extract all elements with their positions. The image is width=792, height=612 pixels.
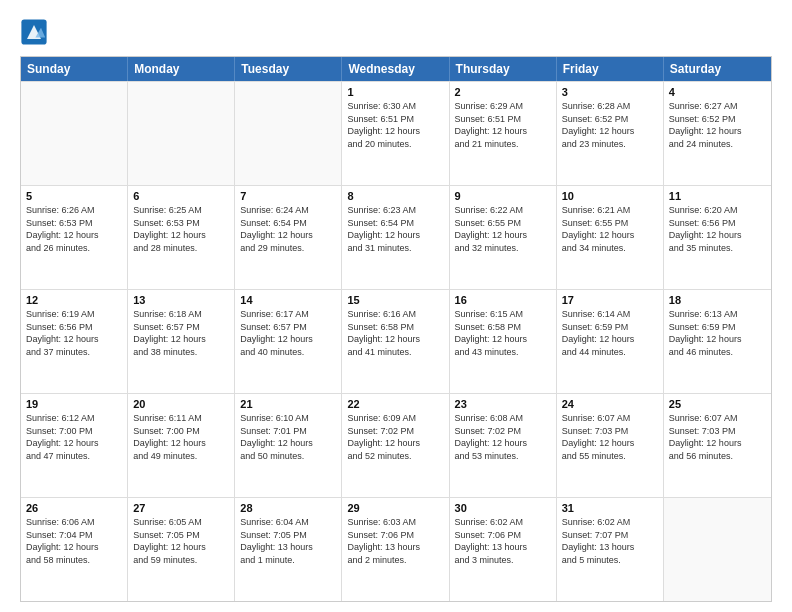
cell-line: Sunset: 7:07 PM	[562, 529, 658, 542]
calendar-cell: 21Sunrise: 6:10 AMSunset: 7:01 PMDayligh…	[235, 394, 342, 497]
cell-line: Sunrise: 6:02 AM	[562, 516, 658, 529]
day-number: 17	[562, 294, 658, 306]
cell-line: Sunrise: 6:09 AM	[347, 412, 443, 425]
cell-line: and 21 minutes.	[455, 138, 551, 151]
day-number: 19	[26, 398, 122, 410]
calendar-cell: 3Sunrise: 6:28 AMSunset: 6:52 PMDaylight…	[557, 82, 664, 185]
cell-line: Daylight: 12 hours	[240, 437, 336, 450]
cell-line: and 24 minutes.	[669, 138, 766, 151]
cell-line: Sunrise: 6:18 AM	[133, 308, 229, 321]
cell-line: and 37 minutes.	[26, 346, 122, 359]
cell-line: Daylight: 13 hours	[562, 541, 658, 554]
calendar-cell: 25Sunrise: 6:07 AMSunset: 7:03 PMDayligh…	[664, 394, 771, 497]
day-number: 6	[133, 190, 229, 202]
cell-line: Sunset: 6:53 PM	[133, 217, 229, 230]
calendar-cell: 17Sunrise: 6:14 AMSunset: 6:59 PMDayligh…	[557, 290, 664, 393]
day-number: 16	[455, 294, 551, 306]
calendar-cell: 22Sunrise: 6:09 AMSunset: 7:02 PMDayligh…	[342, 394, 449, 497]
cell-line: Sunrise: 6:07 AM	[562, 412, 658, 425]
calendar-cell: 26Sunrise: 6:06 AMSunset: 7:04 PMDayligh…	[21, 498, 128, 601]
cell-line: Sunrise: 6:23 AM	[347, 204, 443, 217]
calendar-cell: 24Sunrise: 6:07 AMSunset: 7:03 PMDayligh…	[557, 394, 664, 497]
cell-line: Sunrise: 6:16 AM	[347, 308, 443, 321]
day-header-friday: Friday	[557, 57, 664, 81]
cell-line: Sunset: 7:00 PM	[133, 425, 229, 438]
day-number: 30	[455, 502, 551, 514]
cell-line: Sunset: 6:57 PM	[240, 321, 336, 334]
calendar-cell: 9Sunrise: 6:22 AMSunset: 6:55 PMDaylight…	[450, 186, 557, 289]
cell-line: Sunrise: 6:11 AM	[133, 412, 229, 425]
cell-line: Sunrise: 6:30 AM	[347, 100, 443, 113]
cell-line: Daylight: 12 hours	[347, 437, 443, 450]
cell-line: Sunrise: 6:24 AM	[240, 204, 336, 217]
cell-line: Sunset: 7:06 PM	[347, 529, 443, 542]
calendar-cell: 27Sunrise: 6:05 AMSunset: 7:05 PMDayligh…	[128, 498, 235, 601]
cell-line: Sunset: 6:56 PM	[669, 217, 766, 230]
cell-line: Sunset: 7:02 PM	[455, 425, 551, 438]
day-number: 21	[240, 398, 336, 410]
cell-line: and 41 minutes.	[347, 346, 443, 359]
cell-line: Sunset: 6:51 PM	[455, 113, 551, 126]
cell-line: Sunrise: 6:10 AM	[240, 412, 336, 425]
calendar-cell: 20Sunrise: 6:11 AMSunset: 7:00 PMDayligh…	[128, 394, 235, 497]
calendar-cell: 30Sunrise: 6:02 AMSunset: 7:06 PMDayligh…	[450, 498, 557, 601]
cell-line: and 58 minutes.	[26, 554, 122, 567]
calendar-cell: 12Sunrise: 6:19 AMSunset: 6:56 PMDayligh…	[21, 290, 128, 393]
cell-line: Daylight: 12 hours	[240, 229, 336, 242]
day-header-wednesday: Wednesday	[342, 57, 449, 81]
cell-line: Sunrise: 6:29 AM	[455, 100, 551, 113]
cell-line: Sunrise: 6:27 AM	[669, 100, 766, 113]
cell-line: Daylight: 12 hours	[455, 125, 551, 138]
day-number: 28	[240, 502, 336, 514]
cell-line: and 43 minutes.	[455, 346, 551, 359]
day-number: 25	[669, 398, 766, 410]
day-number: 8	[347, 190, 443, 202]
cell-line: Sunrise: 6:08 AM	[455, 412, 551, 425]
day-number: 20	[133, 398, 229, 410]
calendar-cell: 4Sunrise: 6:27 AMSunset: 6:52 PMDaylight…	[664, 82, 771, 185]
cell-line: Daylight: 12 hours	[455, 229, 551, 242]
cell-line: Sunrise: 6:21 AM	[562, 204, 658, 217]
calendar-cell: 1Sunrise: 6:30 AMSunset: 6:51 PMDaylight…	[342, 82, 449, 185]
day-number: 26	[26, 502, 122, 514]
cell-line: Daylight: 13 hours	[347, 541, 443, 554]
cell-line: Sunrise: 6:02 AM	[455, 516, 551, 529]
cell-line: Daylight: 12 hours	[133, 541, 229, 554]
cell-line: Daylight: 12 hours	[562, 229, 658, 242]
cell-line: Sunset: 6:56 PM	[26, 321, 122, 334]
day-header-sunday: Sunday	[21, 57, 128, 81]
calendar-row-2: 12Sunrise: 6:19 AMSunset: 6:56 PMDayligh…	[21, 289, 771, 393]
cell-line: Daylight: 12 hours	[562, 437, 658, 450]
cell-line: and 34 minutes.	[562, 242, 658, 255]
logo	[20, 18, 52, 46]
calendar-cell: 6Sunrise: 6:25 AMSunset: 6:53 PMDaylight…	[128, 186, 235, 289]
calendar-cell: 14Sunrise: 6:17 AMSunset: 6:57 PMDayligh…	[235, 290, 342, 393]
calendar-cell: 29Sunrise: 6:03 AMSunset: 7:06 PMDayligh…	[342, 498, 449, 601]
cell-line: and 46 minutes.	[669, 346, 766, 359]
cell-line: Sunrise: 6:03 AM	[347, 516, 443, 529]
cell-line: and 50 minutes.	[240, 450, 336, 463]
cell-line: Sunset: 6:55 PM	[562, 217, 658, 230]
cell-line: Sunrise: 6:07 AM	[669, 412, 766, 425]
day-header-saturday: Saturday	[664, 57, 771, 81]
day-number: 24	[562, 398, 658, 410]
cell-line: and 26 minutes.	[26, 242, 122, 255]
calendar-cell: 8Sunrise: 6:23 AMSunset: 6:54 PMDaylight…	[342, 186, 449, 289]
day-number: 22	[347, 398, 443, 410]
cell-line: Daylight: 12 hours	[669, 333, 766, 346]
cell-line: Sunrise: 6:19 AM	[26, 308, 122, 321]
day-number: 7	[240, 190, 336, 202]
cell-line: Sunset: 7:06 PM	[455, 529, 551, 542]
cell-line: Sunrise: 6:12 AM	[26, 412, 122, 425]
cell-line: Sunset: 6:58 PM	[347, 321, 443, 334]
calendar-header: SundayMondayTuesdayWednesdayThursdayFrid…	[21, 57, 771, 81]
cell-line: Sunrise: 6:17 AM	[240, 308, 336, 321]
cell-line: and 32 minutes.	[455, 242, 551, 255]
cell-line: Daylight: 12 hours	[26, 437, 122, 450]
day-number: 23	[455, 398, 551, 410]
cell-line: Daylight: 12 hours	[669, 125, 766, 138]
day-header-tuesday: Tuesday	[235, 57, 342, 81]
cell-line: Sunset: 6:57 PM	[133, 321, 229, 334]
cell-line: and 2 minutes.	[347, 554, 443, 567]
cell-line: Sunset: 7:03 PM	[669, 425, 766, 438]
